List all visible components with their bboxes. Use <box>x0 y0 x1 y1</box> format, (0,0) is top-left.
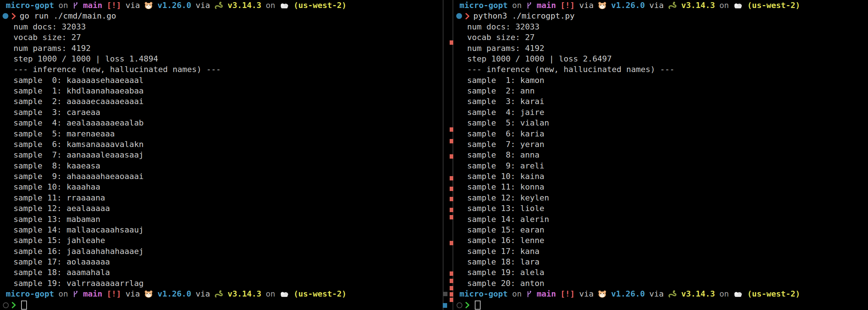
divider-red-mark <box>450 154 453 159</box>
output-line: sample 16: jaalaahahahaaaej <box>0 246 442 257</box>
output-line: step 1000 / 1000 | loss 1.4894 <box>0 53 442 64</box>
hamster-icon <box>144 1 153 9</box>
divider-red-mark <box>450 271 453 276</box>
left-terminal-pane[interactable]: micro-goptonmain[!]viav1.26.0viav3.14.3o… <box>0 0 442 310</box>
output-line: sample 17: aolaaaaaa <box>0 257 442 267</box>
prompt-segment: via <box>126 0 140 11</box>
prompt-segment: via <box>196 0 210 11</box>
output-line: sample 4: jaire <box>454 107 868 118</box>
output-line: sample 9: ahaaaaahaeaoaaai <box>0 171 442 182</box>
output-line: sample 5: marenaeaaa <box>0 128 442 139</box>
divider-red-mark <box>450 176 453 180</box>
output-line: sample 8: anna <box>454 150 868 160</box>
git-branch-icon <box>72 290 79 298</box>
prompt-segment: on <box>512 289 522 299</box>
prompt-segment: (us-west-2) <box>293 289 347 299</box>
output-line: sample 7: aanaaaaleaaasaaj <box>0 150 442 160</box>
output-line: step 1000 / 1000 | loss 2.6497 <box>454 53 868 64</box>
output-line: sample 1: kamon <box>454 75 868 86</box>
idle-prompt-mark <box>457 302 462 308</box>
output-line: sample 11: konna <box>454 182 868 192</box>
prompt-segment: on <box>266 289 276 299</box>
prompt-segment: [!] <box>560 289 575 299</box>
divider-red-mark <box>450 208 453 212</box>
block-cursor[interactable] <box>21 301 27 310</box>
output-line: vocab size: 27 <box>0 32 442 43</box>
prompt-segment: via <box>649 289 664 299</box>
command-mark <box>3 13 8 19</box>
output-line: sample 14: alerin <box>454 214 868 224</box>
output-line: sample 10: kaina <box>454 171 868 182</box>
scrollbar-thumb[interactable] <box>443 292 447 296</box>
prompt-segment: [!] <box>107 0 121 11</box>
output-line: sample 4: aealaaaaaaeaalab <box>0 118 442 128</box>
output-line: sample 15: earan <box>454 224 868 235</box>
output-line: --- inference (new, hallucinated names) … <box>0 64 442 75</box>
cloud-icon <box>280 2 289 9</box>
hamster-icon <box>598 1 607 9</box>
input-line[interactable] <box>0 299 442 310</box>
terminal-window: { "colors": { "background": "#000000", "… <box>0 0 868 310</box>
git-branch-icon <box>526 290 532 298</box>
prompt-segment: v1.26.0 <box>157 289 191 299</box>
cloud-icon <box>733 2 743 9</box>
prompt-segment: [!] <box>107 289 121 299</box>
prompt-segment: via <box>649 0 664 11</box>
prompt-segment: main <box>537 289 556 299</box>
output-line: sample 9: areli <box>454 160 868 171</box>
output-line: sample 12: keylen <box>454 192 868 203</box>
hamster-icon <box>598 290 607 298</box>
divider-red-mark <box>450 139 453 143</box>
divider-red-mark <box>450 187 453 191</box>
command-mark <box>456 13 462 19</box>
input-chevron-icon <box>465 301 470 310</box>
output-line: sample 8: kaaeasa <box>0 160 442 171</box>
divider-red-mark <box>450 127 453 132</box>
prompt-segment: on <box>719 0 729 11</box>
divider-red-mark <box>450 286 453 290</box>
output-line: num docs: 32033 <box>0 21 442 32</box>
prompt-segment: v3.14.3 <box>681 289 715 299</box>
output-line: sample 6: kamsanaaaavalakn <box>0 139 442 150</box>
prompt-segment: (us-west-2) <box>747 289 800 299</box>
output-line: num params: 4192 <box>0 43 442 53</box>
divider-red-mark <box>450 241 453 245</box>
right-terminal-pane[interactable]: micro-goptonmain[!]viav1.26.0viav3.14.3o… <box>454 0 868 310</box>
output-line: sample 5: vialan <box>454 118 868 128</box>
snake-icon <box>668 1 677 9</box>
prompt-segment: v3.14.3 <box>681 0 715 11</box>
divider-red-mark <box>450 279 453 283</box>
output-line: vocab size: 27 <box>454 32 868 43</box>
prompt-segment: v3.14.3 <box>228 0 261 11</box>
cloud-icon <box>280 290 289 298</box>
output-line: sample 18: lara <box>454 257 868 267</box>
divider-red-mark <box>450 197 453 201</box>
block-cursor[interactable] <box>475 301 481 310</box>
prompt-segment: main <box>537 0 556 11</box>
output-line: sample 15: jahleahe <box>0 235 442 246</box>
prompt-segment: v1.26.0 <box>611 289 645 299</box>
prompt-segment: v1.26.0 <box>157 0 191 11</box>
prompt-segment: (us-west-2) <box>293 0 347 11</box>
command-text: go run ./cmd/main.go <box>20 11 116 20</box>
input-line[interactable] <box>454 299 868 310</box>
pane-divider-line <box>443 0 443 310</box>
snake-icon <box>668 290 677 298</box>
command-text: python3 ./microgpt.py <box>473 11 575 20</box>
divider-red-mark <box>450 215 453 219</box>
prompt-segment: micro-gopt <box>459 0 508 11</box>
prompt-segment: v1.26.0 <box>611 0 645 11</box>
prompt-segment: via <box>126 289 140 299</box>
prompt-segment: on <box>719 289 729 299</box>
output-line: sample 16: lenne <box>454 235 868 246</box>
output-line: sample 7: yeran <box>454 139 868 150</box>
output-line: num docs: 32033 <box>454 21 868 32</box>
output-line: sample 0: kaaaaasehaaeaaal <box>0 75 442 86</box>
cloud-icon <box>733 290 743 298</box>
git-branch-icon <box>72 1 79 9</box>
prompt-segment: (us-west-2) <box>747 0 800 11</box>
output-line: sample 18: aaamahala <box>0 267 442 278</box>
prompt-segment: on <box>512 0 522 11</box>
command-line: python3 ./microgpt.py <box>454 11 868 21</box>
prompt-segment: micro-gopt <box>6 289 54 299</box>
